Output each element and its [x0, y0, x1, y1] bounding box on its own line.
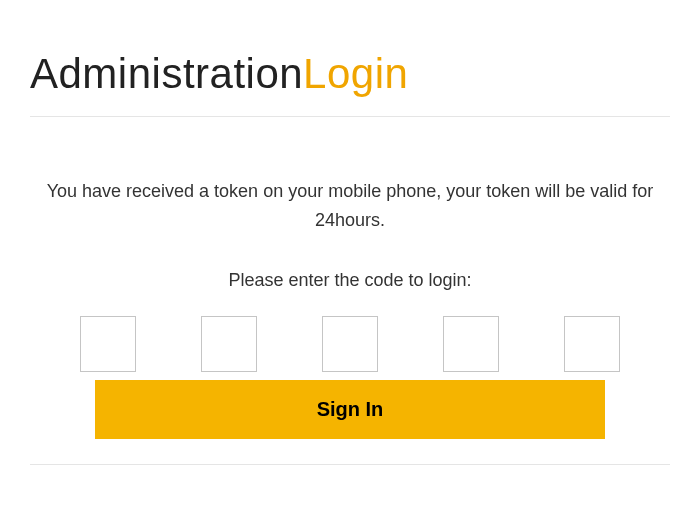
login-content: You have received a token on your mobile… — [30, 177, 670, 465]
code-input-group — [30, 316, 670, 372]
code-input-3[interactable] — [322, 316, 378, 372]
title-login: Login — [303, 50, 408, 97]
page-title: AdministrationLogin — [30, 50, 670, 98]
signin-wrapper: Sign In — [30, 380, 670, 465]
token-info-text: You have received a token on your mobile… — [30, 177, 670, 235]
code-input-4[interactable] — [443, 316, 499, 372]
title-administration: Administration — [30, 50, 303, 97]
code-input-5[interactable] — [564, 316, 620, 372]
signin-button[interactable]: Sign In — [95, 380, 605, 439]
page-header: AdministrationLogin — [30, 50, 670, 117]
code-prompt-text: Please enter the code to login: — [30, 270, 670, 291]
code-input-2[interactable] — [201, 316, 257, 372]
code-input-1[interactable] — [80, 316, 136, 372]
